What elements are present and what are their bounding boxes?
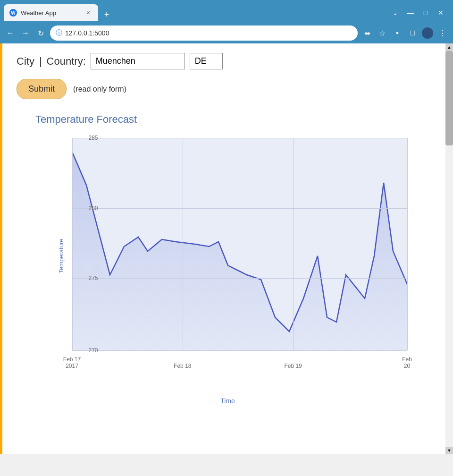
info-icon: ⓘ	[56, 29, 62, 37]
city-input[interactable]	[91, 53, 185, 69]
scrollbar-track[interactable]	[445, 51, 453, 447]
menu-icon[interactable]: ⋮	[437, 27, 448, 39]
country-label: Country:	[47, 55, 86, 68]
x-label-feb18: Feb 18	[174, 363, 191, 369]
maximize-button[interactable]: □	[421, 8, 430, 17]
chart-area-fill	[72, 152, 407, 350]
readonly-note: (read only form)	[73, 85, 126, 94]
grid-line-275	[72, 278, 407, 279]
minimize-button[interactable]: —	[406, 8, 415, 17]
y-label-280: 280	[79, 205, 98, 212]
country-input[interactable]	[190, 53, 223, 69]
scrollbar-down-arrow[interactable]: ▼	[445, 447, 453, 454]
toolbar-icons: ⬌ ☆ ▪ □ ⋮	[361, 27, 448, 39]
sidebar-icon[interactable]: □	[407, 27, 418, 39]
window-controls: ⌄ — □ ✕	[391, 8, 449, 17]
y-label-285: 285	[79, 135, 98, 141]
tab-favicon: W	[9, 9, 17, 17]
x-label-feb17: Feb 172017	[63, 356, 81, 369]
y-axis-title: Temperature	[57, 239, 64, 273]
v-grid-line-0	[72, 138, 73, 350]
reload-button[interactable]: ↻	[35, 27, 46, 39]
profile-avatar[interactable]	[422, 27, 433, 39]
chart-container: Temperature	[44, 133, 412, 379]
y-label-270: 270	[79, 347, 98, 354]
page-content: City | Country: Submit (read only form) …	[0, 43, 453, 454]
chart-svg	[72, 138, 407, 350]
chevron-down-button[interactable]: ⌄	[391, 8, 400, 17]
close-button[interactable]: ✕	[436, 8, 445, 17]
v-grid-line-3	[407, 138, 408, 350]
address-bar-row: ← → ↻ ⓘ 127.0.0.1:5000 ⬌ ☆ ▪ □ ⋮	[0, 23, 453, 43]
share-icon[interactable]: ⬌	[361, 27, 373, 39]
extensions-icon[interactable]: ▪	[392, 27, 403, 39]
chart-title: Temperature Forecast	[35, 113, 439, 126]
x-label-feb20: Feb 20	[402, 356, 412, 369]
grid-line-285	[72, 138, 407, 138]
forward-button[interactable]: →	[20, 27, 31, 39]
title-bar: W Weather App × + ⌄ — □ ✕	[0, 0, 453, 23]
tab-bar: W Weather App × +	[4, 4, 113, 21]
address-box[interactable]: ⓘ 127.0.0.1:5000	[50, 26, 358, 41]
v-grid-line-1	[183, 138, 183, 350]
submit-row: Submit (read only form)	[17, 79, 439, 99]
x-label-feb19: Feb 19	[284, 363, 302, 369]
submit-button[interactable]: Submit	[17, 79, 67, 99]
tab-close-button[interactable]: ×	[84, 8, 92, 17]
form-separator: |	[39, 55, 42, 68]
chart-area: 285 280 275 270 Feb 172017 Feb 18 Feb 19…	[72, 138, 407, 350]
x-axis-title: Time	[220, 397, 235, 405]
form-row: City | Country:	[17, 53, 439, 69]
tab-title: Weather App	[21, 9, 80, 17]
browser-chrome: W Weather App × + ⌄ — □ ✕ ← → ↻ ⓘ 127.0.…	[0, 0, 453, 43]
scrollbar-up-arrow[interactable]: ▲	[445, 43, 453, 51]
active-tab[interactable]: W Weather App ×	[4, 4, 98, 21]
grid-line-280	[72, 208, 407, 209]
y-label-275: 275	[79, 275, 98, 281]
scrollbar[interactable]: ▲ ▼	[445, 43, 453, 454]
grid-line-270	[72, 350, 407, 351]
back-button[interactable]: ←	[5, 27, 16, 39]
scrollbar-thumb[interactable]	[445, 51, 453, 145]
city-label: City	[17, 55, 34, 68]
v-grid-line-2	[293, 138, 294, 350]
url-text: 127.0.0.1:5000	[65, 29, 352, 37]
new-tab-button[interactable]: +	[100, 8, 113, 21]
star-icon[interactable]: ☆	[377, 27, 388, 39]
